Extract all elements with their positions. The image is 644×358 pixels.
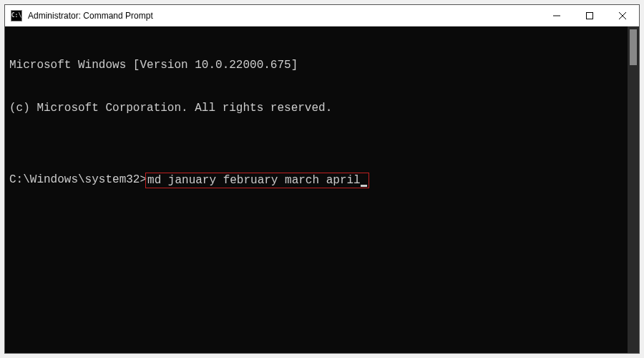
window-title: Administrator: Command Prompt [28, 11, 540, 21]
svg-rect-1 [587, 12, 593, 19]
terminal-area: Microsoft Windows [Version 10.0.22000.67… [5, 26, 639, 353]
maximize-button[interactable] [573, 5, 606, 26]
scrollbar-thumb[interactable] [630, 29, 637, 65]
terminal-body[interactable]: Microsoft Windows [Version 10.0.22000.67… [5, 26, 628, 353]
titlebar[interactable]: C:\ Administrator: Command Prompt [5, 5, 639, 26]
terminal-output-line: (c) Microsoft Corporation. All rights re… [9, 101, 623, 115]
prompt-line: C:\Windows\system32>md january february … [9, 173, 623, 188]
cursor [361, 185, 367, 187]
command-highlight: md january february march april [145, 173, 369, 188]
terminal-output-line: Microsoft Windows [Version 10.0.22000.67… [9, 58, 623, 72]
command-text: md january february march april [147, 174, 361, 187]
cmd-icon: C:\ [11, 10, 22, 21]
window-controls [540, 5, 639, 26]
minimize-button[interactable] [540, 5, 573, 26]
prompt-text: C:\Windows\system32> [9, 173, 147, 187]
scrollbar[interactable] [628, 26, 639, 353]
command-prompt-window: C:\ Administrator: Command Prompt Micros… [4, 4, 640, 354]
close-button[interactable] [606, 5, 639, 26]
